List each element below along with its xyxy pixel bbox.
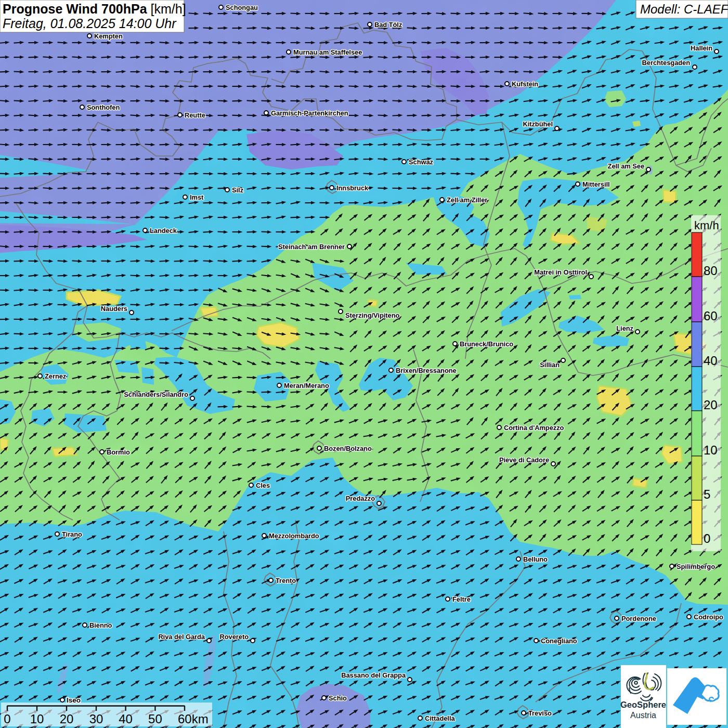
svg-text:Rovereto: Rovereto xyxy=(220,633,249,641)
svg-text:Bormio: Bormio xyxy=(107,448,130,456)
svg-text:10: 10 xyxy=(30,712,44,726)
svg-text:Kempten: Kempten xyxy=(94,32,123,40)
svg-text:Predazzo: Predazzo xyxy=(346,495,375,502)
svg-text:Nauders: Nauders xyxy=(101,305,127,313)
svg-text:Imst: Imst xyxy=(190,193,204,201)
svg-text:km/h: km/h xyxy=(694,219,719,232)
svg-text:Brixen/Bressanone: Brixen/Bressanone xyxy=(396,367,457,374)
svg-text:Riva del Garda: Riva del Garda xyxy=(158,633,205,641)
svg-text:Trento: Trento xyxy=(276,577,296,584)
svg-text:Prognose Wind 700hPa [km/h]: Prognose Wind 700hPa [km/h] xyxy=(3,2,186,16)
svg-text:Garmisch-Partenkirchen: Garmisch-Partenkirchen xyxy=(271,109,348,117)
svg-text:Bad Tölz: Bad Tölz xyxy=(374,21,402,29)
svg-text:20: 20 xyxy=(704,398,718,412)
svg-text:Bienno: Bienno xyxy=(89,621,112,629)
svg-text:60km: 60km xyxy=(178,712,209,726)
svg-text:Mittersill: Mittersill xyxy=(582,180,610,188)
svg-text:0: 0 xyxy=(4,712,10,726)
svg-text:Spilimbergo: Spilimbergo xyxy=(677,563,715,570)
svg-text:30: 30 xyxy=(89,712,103,726)
svg-text:Murnau am Staffelsee: Murnau am Staffelsee xyxy=(293,48,362,56)
svg-text:80: 80 xyxy=(704,264,718,278)
svg-text:5: 5 xyxy=(704,487,710,501)
svg-text:Sterzing/Vipiteno: Sterzing/Vipiteno xyxy=(345,311,399,319)
svg-text:Innsbruck: Innsbruck xyxy=(336,184,369,192)
svg-text:Landeck: Landeck xyxy=(150,227,177,235)
svg-text:Lienz: Lienz xyxy=(616,324,633,332)
svg-text:Zell am See: Zell am See xyxy=(608,162,644,170)
svg-text:40: 40 xyxy=(704,354,718,368)
svg-text:Conegliano: Conegliano xyxy=(541,637,577,645)
svg-text:Feltre: Feltre xyxy=(452,595,471,603)
svg-text:Kufstein: Kufstein xyxy=(512,80,538,88)
svg-text:Schlanders/Silandro: Schlanders/Silandro xyxy=(124,391,188,398)
svg-text:Sillian: Sillian xyxy=(540,361,560,369)
svg-text:Pieve di Cadore: Pieve di Cadore xyxy=(499,456,549,464)
svg-text:60: 60 xyxy=(704,309,718,323)
svg-text:Tirano: Tirano xyxy=(62,530,82,538)
svg-text:Berchtesgaden: Berchtesgaden xyxy=(642,59,691,67)
svg-text:10: 10 xyxy=(704,443,718,457)
svg-text:Schongau: Schongau xyxy=(226,4,258,11)
svg-text:Silz: Silz xyxy=(232,186,243,194)
svg-text:Codroipo: Codroipo xyxy=(694,613,723,621)
svg-text:Reutte: Reutte xyxy=(185,111,205,119)
svg-text:50: 50 xyxy=(148,712,162,726)
svg-text:Schwaz: Schwaz xyxy=(409,158,433,166)
svg-text:Mezzolombardo: Mezzolombardo xyxy=(269,532,319,540)
svg-text:Meran/Merano: Meran/Merano xyxy=(284,382,329,389)
svg-text:Sonthofen: Sonthofen xyxy=(87,103,120,111)
svg-text:Schio: Schio xyxy=(329,694,347,702)
svg-text:Zernez: Zernez xyxy=(45,372,66,380)
svg-text:Cittadella: Cittadella xyxy=(425,714,455,722)
svg-text:Bozen/Bolzano: Bozen/Bolzano xyxy=(324,445,372,452)
svg-text:0: 0 xyxy=(704,531,710,545)
svg-text:40: 40 xyxy=(119,712,133,726)
svg-text:Steinach am Brenner: Steinach am Brenner xyxy=(278,243,345,251)
svg-text:Pordenone: Pordenone xyxy=(621,615,656,622)
svg-text:Hallein: Hallein xyxy=(691,44,712,52)
svg-text:Treviso: Treviso xyxy=(528,709,552,717)
svg-text:Modell: C-LAEF: Modell: C-LAEF xyxy=(640,2,728,16)
svg-text:Cles: Cles xyxy=(256,482,270,489)
svg-text:Bassano del Grappa: Bassano del Grappa xyxy=(341,671,406,679)
svg-text:Belluno: Belluno xyxy=(523,555,548,563)
svg-text:Freitag, 01.08.2025 14:00 Uhr: Freitag, 01.08.2025 14:00 Uhr xyxy=(3,16,177,31)
svg-text:Bruneck/Brunico: Bruneck/Brunico xyxy=(460,340,513,348)
svg-text:Matrei in Osttirol: Matrei in Osttirol xyxy=(534,268,587,276)
svg-text:Zell am Ziller: Zell am Ziller xyxy=(447,196,487,204)
svg-text:GeoSphere: GeoSphere xyxy=(620,700,666,709)
svg-text:Austria: Austria xyxy=(630,711,656,720)
svg-text:Cortina d'Ampezzo: Cortina d'Ampezzo xyxy=(504,424,564,432)
svg-text:Kitzbühel: Kitzbühel xyxy=(523,120,553,128)
svg-text:20: 20 xyxy=(60,712,74,726)
